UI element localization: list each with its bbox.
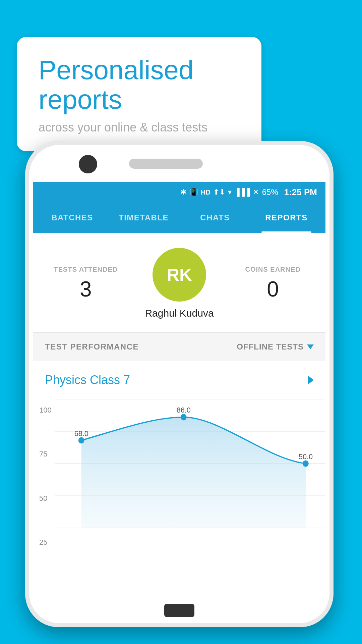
tab-chats[interactable]: CHATS xyxy=(179,203,251,233)
chart-area: 100 75 50 25 xyxy=(33,399,325,560)
tests-attended-box: TESTS ATTENDED 3 xyxy=(43,266,128,302)
section-header: TEST PERFORMANCE OFFLINE TESTS xyxy=(33,333,325,361)
screen: ✱ 📳 HD ⬆⬇ ▾ ▐▐▐ ✕ 65% 1:25 PM xyxy=(33,182,325,596)
bubble-subtitle: across your online & class tests xyxy=(39,120,240,135)
battery-indicator: 65% xyxy=(262,187,278,197)
status-bar: ✱ 📳 HD ⬆⬇ ▾ ▐▐▐ ✕ 65% 1:25 PM xyxy=(33,182,325,203)
avatar-area: RK Raghul Kuduva xyxy=(128,248,231,319)
class-name: Physics Class 7 xyxy=(45,373,130,387)
tab-batches[interactable]: BATCHES xyxy=(37,203,108,233)
y-label-50: 50 xyxy=(39,494,52,503)
user-name: Raghul Kuduva xyxy=(145,308,214,319)
status-icons: ✱ 📳 HD ⬆⬇ ▾ ▐▐▐ ✕ xyxy=(180,188,259,197)
filter-button[interactable]: OFFLINE TESTS xyxy=(237,342,314,352)
signal-icon: ▐▐▐ xyxy=(234,188,250,197)
chart-y-axis: 100 75 50 25 xyxy=(39,406,52,560)
no-signal-icon: ✕ xyxy=(253,188,259,197)
avatar: RK xyxy=(153,248,206,302)
coins-earned-value: 0 xyxy=(230,277,315,302)
chevron-down-icon xyxy=(307,344,314,349)
chart-point-2 xyxy=(181,414,187,420)
y-label-25: 25 xyxy=(39,538,52,547)
data-icon: ⬆⬇ xyxy=(213,188,225,197)
coins-earned-label: COINS EARNED xyxy=(230,266,315,273)
phone-camera xyxy=(79,155,97,173)
phone-frame: ✱ 📳 HD ⬆⬇ ▾ ▐▐▐ ✕ 65% 1:25 PM xyxy=(25,141,334,627)
speech-bubble: Personalised reports across your online … xyxy=(17,37,261,151)
chart-label-1: 68.0 xyxy=(74,429,88,438)
section-title: TEST PERFORMANCE xyxy=(45,342,139,352)
physics-class-row[interactable]: Physics Class 7 xyxy=(33,361,325,399)
tab-reports[interactable]: REPORTS xyxy=(251,203,322,233)
y-label-100: 100 xyxy=(39,406,52,415)
status-time: 1:25 PM xyxy=(284,187,317,198)
chart-svg-container: 68.0 86.0 50.0 xyxy=(55,399,325,560)
y-label-75: 75 xyxy=(39,450,52,459)
filter-label: OFFLINE TESTS xyxy=(237,342,304,352)
phone-speaker xyxy=(129,159,203,169)
chart-point-1 xyxy=(78,437,84,443)
chart-svg: 68.0 86.0 50.0 xyxy=(55,399,325,560)
coins-earned-box: COINS EARNED 0 xyxy=(230,266,315,302)
tab-timetable[interactable]: TIMETABLE xyxy=(108,203,179,233)
chart-point-3 xyxy=(303,461,309,467)
chart-fill-path xyxy=(81,417,306,528)
chart-label-2: 86.0 xyxy=(177,406,191,414)
bubble-title: Personalised reports xyxy=(39,55,240,114)
bluetooth-icon: ✱ xyxy=(180,188,186,197)
phone-home-button[interactable] xyxy=(164,604,194,617)
profile-section: TESTS ATTENDED 3 RK Raghul Kuduva COINS … xyxy=(33,233,325,333)
wifi-icon: ▾ xyxy=(228,188,232,197)
phone-inner: ✱ 📳 HD ⬆⬇ ▾ ▐▐▐ ✕ 65% 1:25 PM xyxy=(29,145,329,623)
tests-attended-label: TESTS ATTENDED xyxy=(43,266,128,273)
tests-attended-value: 3 xyxy=(43,277,128,302)
chevron-right-icon xyxy=(308,375,314,385)
tab-bar: BATCHES TIMETABLE CHATS REPORTS xyxy=(33,203,325,233)
avatar-initials: RK xyxy=(167,265,192,285)
hd-icon: HD xyxy=(201,189,210,196)
vibrate-icon: 📳 xyxy=(189,188,198,197)
chart-label-3: 50.0 xyxy=(299,452,313,461)
